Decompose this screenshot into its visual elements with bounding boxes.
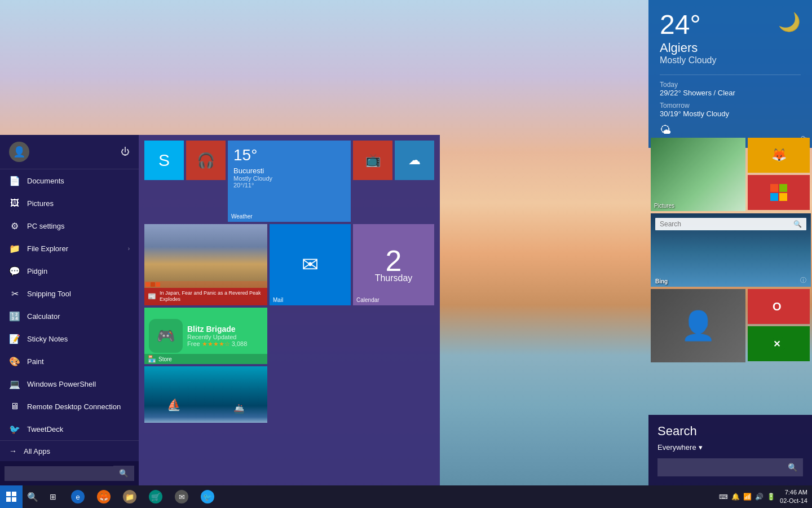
start-search-area: 🔍 xyxy=(0,461,139,485)
pictures-tile[interactable]: Pictures xyxy=(651,138,745,211)
weather-city: Algiers xyxy=(660,41,801,55)
weather-sun-icon: 🌤 xyxy=(660,124,801,137)
start-search-button[interactable]: 🔍 xyxy=(113,466,134,481)
svg-text:O: O xyxy=(773,300,782,313)
search-input[interactable] xyxy=(657,459,782,476)
nav-label-powershell: Windows PowerShell xyxy=(27,380,96,388)
nav-label-file-explorer: File Explorer xyxy=(27,244,68,253)
taskbar-ie-button[interactable]: e xyxy=(65,485,90,508)
settings-icon: ⚙ xyxy=(9,220,20,231)
taskbar-twitter-button[interactable]: 🐦 xyxy=(195,485,220,508)
nav-item-snipping-tool[interactable]: ✂ Snipping Tool xyxy=(0,282,139,305)
snipping-tool-icon: ✂ xyxy=(9,288,20,299)
xbox-tile[interactable]: ✕ xyxy=(748,326,810,361)
taskbar-store-button[interactable]: 🛒 xyxy=(143,485,168,508)
office-tile[interactable]: O xyxy=(748,289,810,324)
nav-item-pc-settings[interactable]: ⚙ PC settings xyxy=(0,214,139,237)
forecast-today: Today 29/22° Showers / Clear xyxy=(660,81,801,97)
documents-icon: 📄 xyxy=(9,175,20,186)
start-button[interactable] xyxy=(0,485,23,508)
cloud-tile[interactable]: ☁ xyxy=(395,141,434,180)
nav-item-paint[interactable]: 🎨 Paint xyxy=(0,350,139,373)
nav-label-snipping-tool: Snipping Tool xyxy=(27,290,71,298)
photo-tile-bottom[interactable]: ⛵ 🚢 xyxy=(144,366,267,423)
calendar-tile[interactable]: 2 Thursday Calendar xyxy=(353,224,434,305)
weather-moon-icon: 🌙 xyxy=(778,11,801,33)
nav-item-powershell[interactable]: 💻 Windows PowerShell xyxy=(0,373,139,395)
nav-label-calculator: Calculator xyxy=(27,312,60,321)
blitz-app-icon: 🎮 xyxy=(149,319,183,353)
news-tile[interactable]: 📰 In Japan, Fear and Panic as a Revered … xyxy=(144,224,267,305)
volume-icon[interactable]: 🔊 xyxy=(755,493,764,501)
bing-info-icon[interactable]: ⓘ xyxy=(800,276,806,284)
power-button[interactable]: ⏻ xyxy=(121,147,130,157)
person-tile[interactable]: 👤 xyxy=(651,289,745,362)
search-scope-selector[interactable]: Everywhere ▾ xyxy=(657,443,803,452)
calendar-number: 2 xyxy=(386,246,402,275)
taskbar-date: 02-Oct-14 xyxy=(780,497,807,505)
weather-tile[interactable]: 15° Bucuresti Mostly Cloudy 20°/11° Weat… xyxy=(228,141,351,222)
nav-item-file-explorer[interactable]: 📁 File Explorer › xyxy=(0,237,139,260)
bing-tile[interactable]: 🔍 Bing ⓘ xyxy=(651,213,811,287)
nav-item-pictures[interactable]: 🖼 Pictures xyxy=(0,192,139,214)
tv-icon: 📺 xyxy=(365,153,381,168)
weather-tile-desc: Mostly Cloudy xyxy=(233,175,345,182)
taskbar-task-view-button[interactable]: ⊞ xyxy=(43,485,63,508)
nav-item-documents[interactable]: 📄 Documents xyxy=(0,169,139,192)
nav-item-remote-desktop[interactable]: 🖥 Remote Desktop Connection xyxy=(0,395,139,418)
weather-tile-city: Bucuresti xyxy=(233,167,345,175)
battery-icon: 🔋 xyxy=(767,493,775,501)
right-tiles-row-1: Pictures 🦊 xyxy=(651,138,810,211)
svg-text:✕: ✕ xyxy=(773,339,780,349)
search-submit-button[interactable]: 🔍 xyxy=(782,458,803,476)
mail-tile[interactable]: ✉ Mail xyxy=(270,224,351,305)
taskbar-clock[interactable]: 7:46 AM 02-Oct-14 xyxy=(780,488,807,506)
headphones-tile[interactable]: 🎧 xyxy=(186,141,226,180)
tv-tile[interactable]: 📺 xyxy=(353,141,392,180)
network-icon[interactable]: 📶 xyxy=(743,493,752,501)
svg-rect-1 xyxy=(779,184,787,192)
nav-item-calculator[interactable]: 🔢 Calculator xyxy=(0,305,139,327)
bing-search-bar[interactable]: 🔍 xyxy=(655,218,806,230)
nav-item-tweetdeck[interactable]: 🐦 TweetDeck xyxy=(0,418,139,440)
start-nav-list: 📄 Documents 🖼 Pictures ⚙ PC settings 📁 F… xyxy=(0,169,139,440)
news-headline-text: In Japan, Fear and Panic as a Revered Pe… xyxy=(160,290,264,303)
keyboard-icon: ⌨ xyxy=(719,493,728,501)
headphones-icon: 🎧 xyxy=(197,152,215,169)
store-taskbar-icon: 🛒 xyxy=(149,490,162,503)
skype-icon: S xyxy=(158,151,170,170)
firefox-tile[interactable]: 🦊 xyxy=(748,138,810,173)
weather-widget: 🌙 24° Algiers Mostly Cloudy Today 29/22°… xyxy=(648,0,812,148)
notifications-icon[interactable]: 🔔 xyxy=(731,493,740,501)
microsoft-tile[interactable] xyxy=(748,175,810,210)
weather-description: Mostly Cloudy xyxy=(660,55,801,65)
start-search-input[interactable] xyxy=(5,466,113,481)
weather-tile-label: Weather xyxy=(231,213,253,220)
nav-item-all-apps[interactable]: → All Apps xyxy=(0,440,139,461)
nav-label-remote-desktop: Remote Desktop Connection xyxy=(27,402,121,411)
taskbar-search-button[interactable]: 🔍 xyxy=(23,485,43,508)
tiles-row-3: 🎮 Blitz Brigade Recently Updated Free ★★… xyxy=(144,308,434,364)
remote-desktop-icon: 🖥 xyxy=(9,401,20,412)
bing-search-input[interactable] xyxy=(660,220,793,228)
right-tiles-row-3: 👤 O ✕ xyxy=(651,289,810,362)
right-tiles-panel: Pictures 🦊 🔍 Bing ⓘ 👤 O ✕ xyxy=(648,135,812,365)
chevron-down-icon: ▾ xyxy=(699,443,703,452)
taskbar-mail-button[interactable]: ✉ xyxy=(169,485,194,508)
start-tiles-panel: S 🎧 15° Bucuresti Mostly Cloudy 20°/11° … xyxy=(139,135,440,485)
pidgin-icon: 💬 xyxy=(9,265,20,277)
task-view-icon: ⊞ xyxy=(50,492,56,501)
search-scope-label: Everywhere xyxy=(657,443,696,452)
taskbar-file-explorer-button[interactable]: 📁 xyxy=(117,485,142,508)
tiles-row-2: 📰 In Japan, Fear and Panic as a Revered … xyxy=(144,224,434,305)
weather-tile-range: 20°/11° xyxy=(233,182,345,189)
taskbar-firefox-button[interactable]: 🦊 xyxy=(91,485,116,508)
blitz-game-icon: 🎮 xyxy=(157,327,175,345)
nav-item-sticky-notes[interactable]: 📝 Sticky Notes xyxy=(0,327,139,350)
svg-rect-0 xyxy=(770,184,778,192)
skype-tile[interactable]: S xyxy=(144,141,184,180)
blitz-brigade-tile[interactable]: 🎮 Blitz Brigade Recently Updated Free ★★… xyxy=(144,308,267,364)
blitz-updated: Recently Updated xyxy=(187,334,247,340)
nav-item-pidgin[interactable]: 💬 Pidgin xyxy=(0,260,139,282)
chevron-right-icon: › xyxy=(128,246,130,252)
